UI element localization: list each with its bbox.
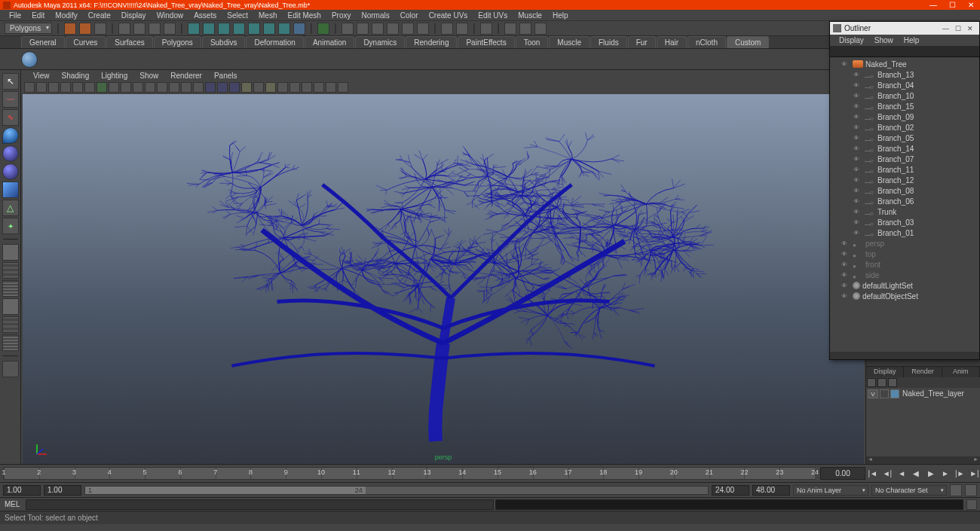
misc1-icon[interactable] [504, 23, 516, 35]
snap-curve-icon[interactable] [317, 23, 329, 35]
visibility-icon[interactable] [836, 60, 853, 68]
shelf-tab-dynamics[interactable]: Dynamics [355, 36, 405, 48]
anim-start-field[interactable]: 1.00 [3, 485, 41, 496]
vp-menu-view[interactable]: View [29, 72, 54, 80]
vp-xray-joint-icon[interactable] [265, 82, 276, 93]
select-object-icon[interactable] [164, 23, 176, 35]
scale-tool-icon[interactable] [2, 163, 19, 180]
select-vertex-icon[interactable] [188, 23, 200, 35]
layer-up-icon[interactable] [877, 378, 887, 387]
vp-shaded-icon[interactable] [193, 82, 204, 93]
outliner-item-child[interactable]: Branch_14 [830, 143, 979, 154]
save-scene-icon[interactable] [94, 23, 106, 35]
vp-menu-panels[interactable]: Panels [210, 72, 242, 80]
outliner-item-root[interactable]: Naked_Tree [830, 59, 979, 69]
menu-select[interactable]: Select [222, 11, 253, 20]
ipr-icon[interactable] [456, 23, 468, 35]
select-component-icon[interactable] [278, 23, 290, 35]
vp-menu-lighting[interactable]: Lighting [96, 72, 132, 80]
menu-proxy[interactable]: Proxy [327, 11, 356, 20]
shelf-tab-animation[interactable]: Animation [305, 36, 354, 48]
vp-depth-field-icon[interactable] [302, 82, 312, 93]
outliner-item-child[interactable]: Branch_02 [830, 122, 979, 133]
outliner-item-child[interactable]: Branch_01 [830, 227, 979, 238]
visibility-icon[interactable] [848, 92, 865, 99]
outliner-item-child[interactable]: Branch_08 [830, 185, 979, 196]
close-button[interactable]: ✕ [968, 1, 974, 9]
shelf-tab-painteffects[interactable]: PaintEffects [458, 36, 514, 48]
shelf-tab-hair[interactable]: Hair [657, 36, 687, 48]
outliner-item-child[interactable]: Branch_07 [830, 154, 979, 164]
menu-modify[interactable]: Modify [51, 11, 81, 20]
vp-grease-icon[interactable] [84, 82, 95, 93]
vp-wireframe-icon[interactable] [181, 82, 191, 93]
vp-2d-pan-icon[interactable] [72, 82, 83, 93]
shelf-tab-fluids[interactable]: Fluids [590, 36, 627, 48]
outliner-item-set[interactable]: defaultLightSet [830, 280, 979, 291]
visibility-icon[interactable] [836, 292, 853, 300]
outliner-item-child[interactable]: Branch_10 [830, 90, 979, 101]
outliner-item-child[interactable]: Branch_06 [830, 196, 979, 206]
visibility-icon[interactable] [836, 240, 853, 247]
new-scene-icon[interactable] [64, 23, 76, 35]
outliner-item-camera[interactable]: persp [830, 238, 979, 249]
universal-manip-icon[interactable] [2, 182, 19, 198]
script-editor-icon[interactable] [966, 499, 977, 510]
range-bar[interactable]: 1 24 [85, 487, 366, 494]
character-set-combo[interactable]: No Character Set [871, 485, 947, 496]
visibility-icon[interactable] [848, 155, 865, 163]
outliner-item-set[interactable]: defaultObjectSet [830, 291, 979, 301]
maximize-button[interactable]: ☐ [949, 1, 956, 9]
outliner-item-camera[interactable]: side [830, 270, 979, 280]
step-back-button[interactable]: ◄ [896, 468, 908, 480]
outliner-item-child[interactable]: Branch_04 [830, 80, 979, 90]
menu-edit[interactable]: Edit [27, 11, 49, 20]
anim-layer-combo[interactable]: No Anim Layer [793, 485, 868, 496]
three-pane-icon[interactable] [2, 316, 19, 333]
shelf-custom-icon[interactable] [21, 51, 38, 68]
shelf-tab-surfaces[interactable]: Surfaces [106, 36, 152, 48]
construction-icon[interactable] [372, 23, 384, 35]
lasso-tool-icon[interactable] [2, 91, 19, 108]
visibility-icon[interactable] [836, 261, 853, 268]
vp-image-plane-icon[interactable] [60, 82, 71, 93]
visibility-icon[interactable] [848, 166, 865, 173]
vp-grid-icon[interactable] [96, 82, 107, 93]
visibility-icon[interactable] [848, 197, 865, 205]
select-multi-icon[interactable] [248, 23, 260, 35]
vp-expose-icon[interactable] [277, 82, 288, 93]
vp-gate-mask-icon[interactable] [133, 82, 143, 93]
outliner-persp-icon[interactable] [2, 334, 19, 351]
layers-tab-display[interactable]: Display [866, 367, 904, 377]
visibility-icon[interactable] [848, 176, 865, 184]
step-back-key-button[interactable]: ◄| [881, 468, 893, 480]
autokey-icon[interactable] [950, 484, 962, 496]
vp-menu-renderer[interactable]: Renderer [166, 72, 207, 80]
select-face-icon[interactable] [218, 23, 230, 35]
shelf-tab-fur[interactable]: Fur [628, 36, 656, 48]
menu-edit-uvs[interactable]: Edit UVs [473, 11, 512, 20]
menu-help[interactable]: Help [548, 11, 573, 20]
vp-safe-action-icon[interactable] [157, 82, 167, 93]
render-globals-icon[interactable] [480, 23, 492, 35]
vp-ao-icon[interactable] [314, 82, 324, 93]
shelf-tab-polygons[interactable]: Polygons [154, 36, 201, 48]
vp-motion-trail-icon[interactable] [289, 82, 300, 93]
visibility-icon[interactable] [836, 282, 853, 289]
input-op-icon[interactable] [341, 23, 354, 35]
play-forward-button[interactable]: ▶ [925, 468, 936, 480]
menu-display[interactable]: Display [117, 11, 151, 20]
vp-xray-icon[interactable] [253, 82, 264, 93]
rotate-tool-icon[interactable] [2, 145, 19, 162]
shelf-tab-subdivs[interactable]: Subdivs [202, 36, 246, 48]
command-input[interactable] [26, 499, 494, 510]
go-end-button[interactable]: ►| [969, 468, 980, 480]
show-manip-tool-icon[interactable] [2, 218, 19, 234]
outliner-search[interactable] [830, 46, 979, 57]
current-time-field[interactable]: 0.00 [820, 467, 865, 480]
outliner-item-child[interactable]: Trunk [830, 206, 979, 217]
command-lang-label[interactable]: MEL [0, 500, 26, 508]
vp-texture-icon[interactable] [205, 82, 216, 93]
construction2-icon[interactable] [387, 23, 399, 35]
vp-field-chart-icon[interactable] [145, 82, 155, 93]
